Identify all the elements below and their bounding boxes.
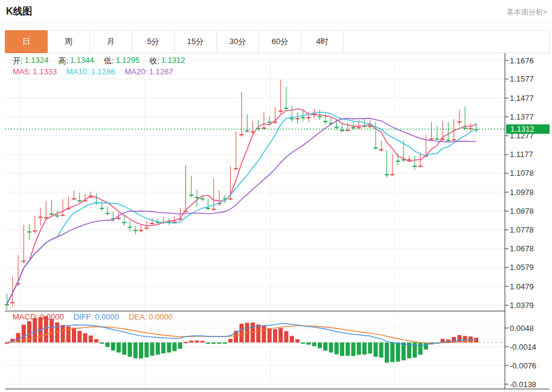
ohlc-low-value: 1.1295	[115, 56, 140, 66]
ohlc-close: 收:1.1312	[149, 56, 185, 66]
candles-group	[5, 80, 478, 310]
fundamental-analysis-link[interactable]: 基本面分析>	[507, 5, 547, 18]
diff-value: 0.0000	[95, 312, 119, 321]
tab-day[interactable]: 日	[5, 30, 48, 53]
macd-axis-label: -0.0138	[510, 380, 536, 389]
kline-page: K线图 基本面分析> 日周月5分15分30分60分4时 开:1.1324高:1.…	[0, 0, 552, 392]
page-header: K线图 基本面分析>	[0, 0, 552, 23]
price-axis-label: 1.1577	[510, 74, 534, 83]
ohlc-open: 开:1.1324	[13, 56, 48, 66]
ohlc-close-label: 收:	[149, 56, 159, 66]
ohlc-high-label: 高:	[58, 56, 68, 66]
timeframe-tabbar: 日周月5分15分30分60分4时	[5, 30, 550, 53]
ohlc-low: 低:1.1295	[104, 56, 140, 66]
price-axis-label: 1.0978	[510, 188, 534, 197]
ma5-line	[7, 109, 477, 304]
ohlc-low-label: 低:	[104, 56, 114, 66]
ma10-line	[7, 112, 477, 304]
macd-axis-label: -0.0014	[510, 342, 536, 352]
diff: DIFF:0.0000	[74, 312, 119, 321]
macd-histogram	[5, 316, 478, 362]
price-axis-label: 1.0479	[510, 282, 534, 291]
macd-axis-label: -0.0076	[510, 361, 536, 370]
ma-legend: MA5:1.1333MA10:1.1286MA20:1.1267	[13, 67, 173, 76]
tab-week[interactable]: 周	[48, 31, 90, 53]
diff-label: DIFF:	[74, 312, 94, 321]
ohlc-close-value: 1.1312	[161, 56, 185, 66]
price-axis-label: 1.1177	[510, 150, 533, 159]
price-axis-label: 1.0379	[510, 301, 534, 310]
price-axis-label: 1.1676	[510, 56, 534, 65]
dea-value: 0.0000	[149, 312, 173, 321]
tab-15min[interactable]: 15分	[175, 31, 217, 53]
price-axis-label: 1.0878	[510, 207, 534, 216]
ma20: MA20:1.1267	[124, 67, 173, 76]
tab-month[interactable]: 月	[90, 31, 132, 53]
ohlc-open-label: 开:	[13, 56, 23, 66]
price-axis-label: 1.0678	[510, 244, 534, 253]
ma20-label: MA20:	[124, 67, 147, 76]
ohlc-high-value: 1.1344	[70, 56, 94, 66]
ma10-label: MA10:	[66, 67, 89, 76]
macd-legend: MACD:0.0000DIFF:0.0000DEA:0.0000	[13, 312, 173, 321]
ma5-value: 1.1333	[33, 67, 57, 76]
ma20-value: 1.1267	[149, 67, 173, 76]
price-axis-label: 1.0579	[510, 263, 534, 272]
macd-label: MACD:	[13, 312, 38, 321]
price-axis-label: 1.1377	[510, 112, 534, 121]
ma5-label: MA5:	[13, 67, 31, 76]
tab-4hour[interactable]: 4时	[301, 31, 344, 53]
tabbar-spacer	[344, 31, 549, 53]
tab-60min[interactable]: 60分	[259, 31, 301, 53]
price-axis-label: 1.0778	[510, 225, 534, 234]
dea: DEA:0.0000	[129, 312, 173, 321]
tab-30min[interactable]: 30分	[217, 31, 259, 53]
ma-lines	[7, 109, 477, 304]
current-price-tag-label: 1.1312	[510, 124, 534, 133]
price-axis: 1.16761.15771.14771.13771.12771.11771.10…	[505, 56, 534, 310]
price-axis-label: 1.1477	[510, 94, 534, 103]
chart-area: 开:1.1324高:1.1344低:1.1295收:1.1312 MA5:1.1…	[5, 53, 550, 392]
ohlc-high: 高:1.1344	[58, 56, 94, 66]
page-title: K线图	[6, 5, 33, 18]
price-axis-label: 1.1078	[510, 169, 534, 178]
ma10-value: 1.1286	[91, 67, 115, 76]
macd-axis: 0.0048-0.0014-0.0076-0.0138	[505, 324, 536, 389]
ohlc-legend: 开:1.1324高:1.1344低:1.1295收:1.1312	[13, 56, 185, 66]
kline-chart-canvas[interactable]: 1.16761.15771.14771.13771.12771.11771.10…	[5, 53, 550, 392]
ma10: MA10:1.1286	[66, 67, 115, 76]
macd-axis-label: 0.0048	[510, 324, 534, 333]
tab-5min[interactable]: 5分	[132, 31, 175, 53]
ma5: MA5:1.1333	[13, 67, 57, 76]
macd-value: 0.0000	[40, 312, 64, 321]
dea-label: DEA:	[129, 312, 147, 321]
macd: MACD:0.0000	[13, 312, 64, 321]
ohlc-open-value: 1.1324	[25, 56, 49, 66]
current-price-tag: 1.1312	[506, 124, 550, 134]
